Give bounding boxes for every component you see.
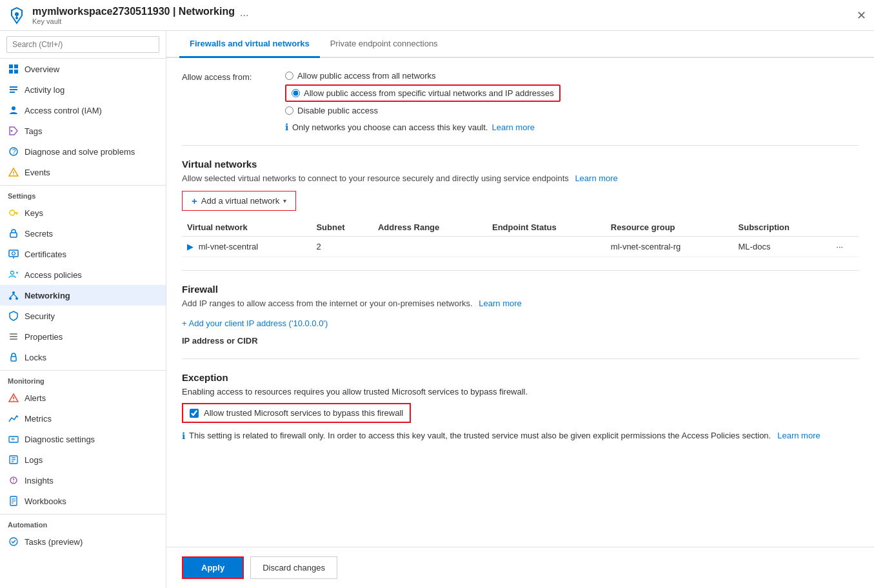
sidebar-label-diagnose: Diagnose and solve problems	[25, 147, 135, 157]
radio-specific-networks[interactable]: Allow public access from specific virtua…	[285, 84, 561, 102]
col-endpoint-status: Endpoint Status	[487, 219, 606, 237]
svg-point-40	[13, 400, 14, 401]
access-learn-more-link[interactable]: Learn more	[492, 122, 534, 132]
svg-rect-34	[10, 333, 17, 335]
sidebar-item-workbooks[interactable]: Workbooks	[0, 491, 166, 511]
alerts-icon	[8, 392, 19, 404]
sidebar-label-access-policies: Access policies	[25, 270, 82, 280]
svg-point-19	[10, 210, 15, 215]
exception-desc: Enabling access to resources requires yo…	[182, 387, 859, 397]
sidebar-label-certificates: Certificates	[25, 250, 66, 259]
svg-point-31	[15, 297, 18, 300]
activity-icon	[8, 84, 19, 95]
sidebar-label-security: Security	[25, 311, 55, 321]
firewall-section: Firewall Add IP ranges to allow access f…	[182, 284, 859, 346]
exception-note-text: This setting is related to firewall only…	[189, 431, 771, 440]
sidebar-label-iam: Access control (IAM)	[25, 106, 102, 115]
svg-rect-6	[9, 70, 13, 74]
add-client-ip[interactable]: + Add your client IP address ('10.0.0.0'…	[182, 316, 859, 331]
vnet-learn-more[interactable]: Learn more	[575, 173, 617, 183]
row-expand-icon[interactable]: ▶	[187, 242, 194, 251]
sidebar-item-access-policies[interactable]: Access policies	[0, 264, 166, 285]
sidebar-item-diagnose[interactable]: ? Diagnose and solve problems	[0, 141, 166, 162]
info-icon: ℹ	[285, 122, 288, 132]
svg-line-32	[10, 294, 14, 297]
vnet-desc: Allow selected virtual networks to conne…	[182, 173, 859, 183]
sidebar: Overview Activity log Access control (IA…	[0, 31, 166, 588]
sidebar-item-insights[interactable]: Insights	[0, 470, 166, 491]
search-bar	[0, 31, 166, 59]
sidebar-item-metrics[interactable]: Metrics	[0, 408, 166, 429]
title-bar-more-icon[interactable]: ···	[240, 10, 248, 21]
overview-icon	[8, 63, 19, 75]
sidebar-item-tasks[interactable]: Tasks (preview)	[0, 531, 166, 552]
search-input[interactable]	[6, 36, 159, 53]
keyvault-icon	[8, 6, 26, 24]
divider-1	[182, 145, 859, 146]
page-subtitle: Key vault	[32, 17, 235, 25]
vnet-title: Virtual networks	[182, 159, 859, 170]
svg-point-26	[11, 271, 14, 275]
radio-specific-networks-input[interactable]	[292, 89, 300, 97]
sidebar-item-diagnostic[interactable]: Diagnostic settings	[0, 429, 166, 449]
row-subscription: ML-docs	[733, 237, 831, 257]
sidebar-item-certificates[interactable]: Certificates	[0, 244, 166, 264]
sidebar-item-events[interactable]: Events	[0, 162, 166, 182]
sidebar-item-logs[interactable]: Logs	[0, 449, 166, 470]
sidebar-item-keys[interactable]: Keys	[0, 202, 166, 223]
exception-section: Exception Enabling access to resources r…	[182, 372, 859, 441]
sidebar-item-overview[interactable]: Overview	[0, 59, 166, 79]
svg-rect-10	[10, 92, 15, 93]
svg-text:?: ?	[12, 148, 16, 155]
sidebar-label-locks: Locks	[25, 353, 46, 362]
vnet-table: Virtual network Subnet Address Range End…	[182, 219, 859, 257]
row-more[interactable]: ···	[831, 237, 859, 257]
sidebar-item-iam[interactable]: Access control (IAM)	[0, 100, 166, 121]
close-icon[interactable]: ✕	[857, 8, 866, 23]
svg-rect-7	[14, 70, 18, 74]
exception-learn-more[interactable]: Learn more	[777, 431, 820, 440]
svg-rect-9	[10, 89, 17, 90]
row-resource-group: ml-vnet-scentral-rg	[606, 237, 733, 257]
sidebar-item-alerts[interactable]: Alerts	[0, 387, 166, 408]
tab-private-endpoints[interactable]: Private endpoint connections	[320, 31, 448, 58]
radio-specific-networks-label: Allow public access from specific virtua…	[304, 88, 554, 98]
sidebar-label-tags: Tags	[25, 126, 42, 136]
apply-button[interactable]: Apply	[182, 556, 244, 579]
tab-firewalls[interactable]: Firewalls and virtual networks	[179, 31, 320, 58]
svg-rect-4	[9, 64, 13, 68]
firewall-learn-more[interactable]: Learn more	[479, 299, 521, 308]
sidebar-item-secrets[interactable]: Secrets	[0, 223, 166, 244]
bypass-firewall-checkbox-label[interactable]: Allow trusted Microsoft services to bypa…	[182, 403, 411, 423]
settings-section-label: Settings	[0, 185, 166, 202]
discard-button[interactable]: Discard changes	[250, 556, 337, 579]
bypass-firewall-checkbox[interactable]	[190, 409, 199, 418]
svg-rect-22	[10, 233, 17, 237]
radio-all-networks[interactable]: Allow public access from all networks	[285, 71, 561, 81]
firewall-desc: Add IP ranges to allow access from the i…	[182, 299, 859, 308]
sidebar-item-activity-log[interactable]: Activity log	[0, 79, 166, 100]
svg-point-13	[11, 130, 13, 132]
sidebar-item-properties[interactable]: Properties	[0, 326, 166, 347]
svg-line-33	[14, 294, 17, 297]
sidebar-item-networking[interactable]: Networking	[0, 285, 166, 306]
radio-disable-public[interactable]: Disable public access	[285, 106, 561, 115]
col-subscription: Subscription	[733, 219, 831, 237]
sidebar-label-secrets: Secrets	[25, 229, 53, 239]
svg-point-1	[15, 12, 19, 16]
sidebar-item-locks[interactable]: Locks	[0, 347, 166, 368]
note-info-icon: ℹ	[182, 431, 185, 441]
insights-icon	[8, 475, 19, 486]
sidebar-item-tags[interactable]: Tags	[0, 121, 166, 141]
sidebar-item-security[interactable]: Security	[0, 306, 166, 326]
sidebar-label-logs: Logs	[25, 455, 43, 465]
radio-disable-public-input[interactable]	[285, 106, 293, 115]
row-subnet: 2	[311, 237, 372, 257]
sidebar-label-keys: Keys	[25, 208, 43, 218]
radio-all-networks-input[interactable]	[285, 72, 293, 80]
diagnose-icon: ?	[8, 146, 19, 157]
access-info-row: ℹ Only networks you choose can access th…	[285, 122, 561, 132]
add-vnet-button[interactable]: + Add a virtual network ▾	[182, 191, 296, 211]
radio-all-networks-label: Allow public access from all networks	[297, 71, 436, 81]
access-from-row: Allow access from: Allow public access f…	[182, 71, 859, 132]
